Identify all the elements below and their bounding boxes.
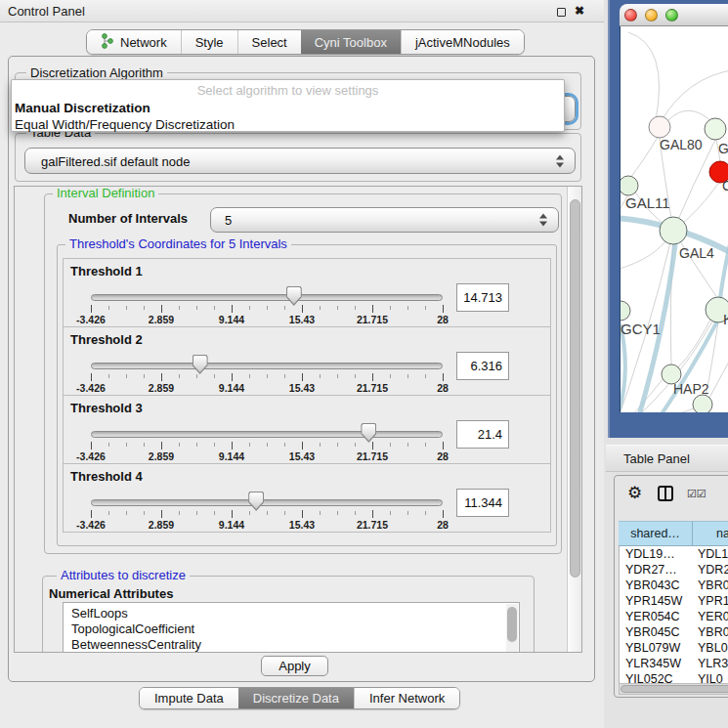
table-cell[interactable]: YPR145W [619,593,693,609]
slider-track[interactable] [91,431,443,438]
tick-label: 21.715 [357,519,388,531]
threshold-value-field[interactable]: 11.344 [456,489,509,517]
table-cell[interactable]: YER054C [619,609,693,624]
table-cell[interactable]: YBR045C [619,624,693,640]
table-horizontal-scrollbar[interactable] [619,683,728,695]
table-cell[interactable]: YPR1 [693,593,728,609]
network-node[interactable] [621,176,638,195]
dropdown-option[interactable]: Equal Width/Frequency Discretization [15,116,561,133]
threshold-value-field[interactable]: 6.316 [456,352,509,380]
number-of-intervals-value: 5 [225,213,232,228]
tick-label: -3.426 [76,519,106,531]
table-row[interactable]: YBR045CYBR0 [619,624,728,640]
attribute-item[interactable]: BetweennessCentrality [64,637,519,653]
tick-label: -3.426 [76,314,106,325]
table-cell[interactable]: YBL079W [619,640,693,656]
number-of-intervals-combo[interactable]: 5 [210,207,559,233]
table-row[interactable]: YDR27…YDR2 [619,562,728,578]
network-edge[interactable] [621,241,665,273]
network-canvas[interactable]: GAL80GACGAL11GAL4GCY1HHAP2 [620,26,728,412]
slider-thumb[interactable] [286,286,302,306]
tick-mark [232,305,233,313]
close-traffic-light-icon[interactable] [624,9,637,21]
table-cell[interactable]: YIL0 [693,671,728,683]
tab-jactivemnodules[interactable]: jActiveMNodules [401,30,524,54]
slider-thumb[interactable] [193,355,208,374]
attributes-list-scrollbar-thumb[interactable] [507,607,517,642]
attribute-item[interactable]: SelfLoops [64,606,519,621]
table-cell[interactable]: YDR2 [693,562,728,578]
network-edge[interactable] [621,408,694,412]
attributes-list[interactable]: SelfLoopsTopologicalCoefficientBetweenne… [63,602,520,653]
network-node[interactable] [649,116,670,138]
gear-icon[interactable]: ⚙ [627,483,642,502]
slider-tick-labels: -3.4262.8599.14415.4321.71528 [91,314,444,325]
table-header-shared[interactable]: shared… [619,521,693,546]
table-row[interactable]: YDL19…YDL1 [619,546,728,562]
table-cell[interactable]: YER0 [693,609,728,624]
tab-infer-network[interactable]: Infer Network [354,688,459,708]
table-cell[interactable]: YLR345W [619,656,693,671]
tab-select[interactable]: Select [237,30,301,54]
network-edge[interactable] [673,140,715,231]
threshold-value-field[interactable]: 21.4 [456,420,509,449]
network-edge[interactable] [660,69,728,124]
close-icon[interactable]: ✖ [575,4,584,18]
tick-mark [179,374,180,378]
settings-vertical-scrollbar[interactable] [567,187,582,653]
minimize-traffic-light-icon[interactable] [645,9,658,21]
slider-thumb[interactable] [248,492,264,511]
slider-track[interactable] [91,294,443,301]
network-window-titlebar[interactable] [620,4,728,26]
table-row[interactable]: YBR043CYBR0 [619,578,728,593]
table-cell[interactable]: YDL19… [619,546,693,562]
attributes-list-scrollbar[interactable] [506,604,518,652]
slider-track[interactable] [91,499,443,506]
table-cell[interactable]: YDL1 [693,546,728,562]
network-node[interactable] [621,301,630,321]
network-edge[interactable] [709,349,728,398]
table-cell[interactable]: YBL0 [693,640,728,656]
threshold-value-field[interactable]: 14.713 [456,283,509,312]
table-data-combo[interactable]: galFiltered.sif default node [24,148,576,174]
table-row[interactable]: YIL052CYIL0 [619,671,728,683]
table-cell[interactable]: YBR043C [619,578,693,593]
network-node[interactable] [660,217,687,244]
table-panel-bar: Table Panel [606,445,728,472]
float-window-icon[interactable] [557,8,566,17]
table-row[interactable]: YER054CYER0 [619,609,728,624]
tab-style[interactable]: Style [181,30,237,54]
table-cell[interactable]: YIL052C [619,671,693,683]
table-row[interactable]: YPR145WYPR1 [619,593,728,609]
table-horizontal-scrollbar-thumb[interactable] [621,685,728,693]
tab-discretize-data[interactable]: Discretize Data [238,688,354,708]
zoom-traffic-light-icon[interactable] [665,9,678,21]
tab-cyni-toolbox[interactable]: Cyni Toolbox [301,30,401,54]
dropdown-option[interactable]: Manual Discretization [15,100,561,116]
columns-icon[interactable] [658,486,673,501]
network-edge-thick[interactable] [720,216,728,298]
network-edge[interactable] [630,134,660,178]
tab-network[interactable]: Network [87,30,181,54]
table-cell[interactable]: YBR0 [693,624,728,640]
tick-mark [372,305,373,313]
table-cell[interactable]: YLR3 [693,656,728,671]
slider-thumb[interactable] [361,423,376,443]
attribute-item[interactable]: TopologicalCoefficient [64,621,519,637]
tab-impute-data[interactable]: Impute Data [140,688,238,708]
table-row[interactable]: YLR345WYLR3 [619,656,728,671]
slider-track[interactable] [91,363,443,369]
table-row[interactable]: YBL079WYBL0 [619,640,728,656]
tick-mark [407,511,408,515]
network-edge[interactable] [628,32,660,120]
network-node[interactable] [693,395,712,412]
table-header-name[interactable]: na [693,521,728,546]
network-node[interactable] [705,118,726,140]
apply-button[interactable]: Apply [261,656,328,676]
network-edge[interactable] [668,110,713,123]
table-cell[interactable]: YBR0 [693,578,728,593]
table-cell[interactable]: YDR27… [619,562,693,578]
checkbox-pair-icon[interactable]: ☑☑ [687,488,707,500]
settings-vertical-scrollbar-thumb[interactable] [570,199,580,578]
table-rows: YDL19…YDL1YDR27…YDR2YBR043CYBR0YPR145WYP… [619,546,728,683]
